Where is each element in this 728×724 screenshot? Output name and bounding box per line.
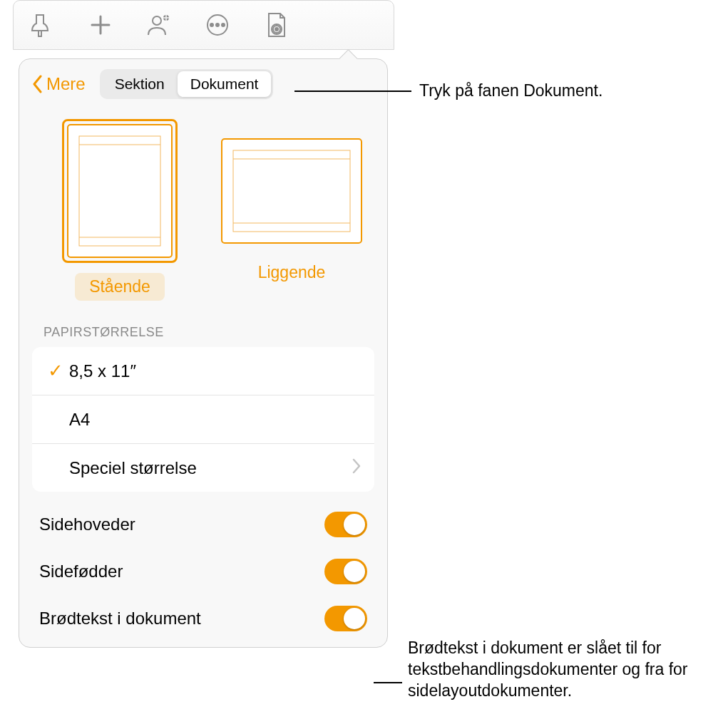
document-options-icon[interactable] — [260, 9, 292, 41]
tab-segmented-control: Sektion Dokument — [100, 69, 274, 99]
callout-line — [374, 682, 402, 683]
svg-rect-13 — [222, 139, 362, 243]
landscape-thumb-icon — [216, 133, 367, 249]
svg-point-3 — [210, 24, 213, 26]
svg-point-0 — [153, 16, 161, 25]
svg-point-8 — [275, 28, 278, 31]
paper-size-list: ✓ 8,5 x 11″ ✓ A4 ✓ Speciel størrelse — [32, 347, 374, 492]
toggle-footers-switch[interactable] — [324, 559, 367, 584]
format-brush-icon[interactable] — [26, 9, 58, 41]
toggle-footers: Sidefødder — [19, 546, 387, 593]
toggle-headers: Sidehoveder — [19, 492, 387, 546]
paper-size-option-custom[interactable]: ✓ Speciel størrelse — [32, 444, 374, 492]
orientation-landscape[interactable]: Liggende — [216, 119, 367, 301]
collaborate-icon[interactable] — [143, 9, 175, 41]
paper-size-option-a4[interactable]: ✓ A4 — [32, 395, 374, 444]
toggle-body-switch[interactable] — [324, 606, 367, 631]
checkmark-icon: ✓ — [42, 360, 69, 382]
add-icon[interactable] — [85, 9, 116, 41]
callout-line — [294, 90, 411, 92]
svg-point-5 — [222, 24, 225, 26]
chevron-right-icon — [352, 458, 362, 478]
orientation-row: Stående Liggende — [19, 106, 387, 308]
more-icon[interactable] — [202, 9, 233, 41]
portrait-label: Stående — [75, 273, 165, 301]
tab-dokument[interactable]: Dokument — [178, 71, 272, 97]
callout-body: Brødtekst i dokument er slået til for te… — [408, 638, 722, 702]
toolbar — [13, 0, 394, 50]
panel-header: Mere Sektion Dokument — [19, 59, 387, 106]
tab-sektion[interactable]: Sektion — [102, 71, 178, 97]
paper-size-title: PAPIRSTØRRELSE — [19, 308, 387, 347]
portrait-thumb-icon — [62, 119, 178, 263]
orientation-portrait[interactable]: Stående — [62, 119, 178, 301]
svg-point-4 — [216, 24, 219, 26]
callout-tab: Tryk på fanen Dokument. — [419, 81, 603, 102]
paper-size-option-letter[interactable]: ✓ 8,5 x 11″ — [32, 347, 374, 395]
back-button[interactable]: Mere — [32, 74, 86, 94]
landscape-label: Liggende — [244, 259, 340, 286]
document-settings-panel: Mere Sektion Dokument Stående — [19, 58, 388, 648]
toggle-headers-switch[interactable] — [324, 512, 367, 537]
back-label: Mere — [46, 74, 86, 94]
toggle-body: Brødtekst i dokument — [19, 593, 387, 640]
